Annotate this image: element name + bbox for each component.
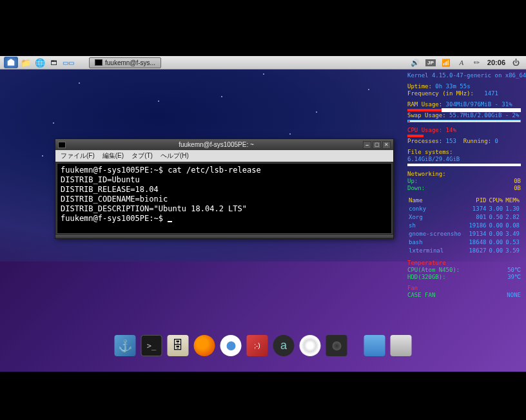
hdd-temp-label: HDD(320GB):	[407, 274, 446, 281]
cpu-label: CPU Usage:	[407, 127, 442, 133]
dock-camera-icon[interactable]	[326, 335, 347, 356]
freq-value: 1471	[484, 90, 498, 97]
output-line: DISTRIB_ID=Ubuntu	[61, 175, 388, 185]
fan-header: Fan	[407, 285, 521, 292]
command: cat /etc/lsb-release	[168, 166, 261, 175]
system-monitor: Kernel 4.15.0-47-generic on x86_64 Uptim…	[407, 72, 521, 299]
menu-edit[interactable]: 編集(E)	[100, 151, 126, 160]
process-header: NamePIDCPU%MEM%	[409, 197, 520, 204]
kernel-line: Kernel 4.15.0-47-generic on x86_64	[407, 72, 521, 79]
app-menu-button[interactable]	[4, 57, 18, 68]
process-row: conky13743.001.30	[409, 205, 520, 213]
fan-label: CASE FAN	[407, 292, 435, 299]
window-bottom-edge[interactable]	[55, 235, 393, 238]
taskbar-label: fuukemn@f-sys...	[105, 59, 155, 66]
fan-value: NONE	[507, 292, 521, 299]
process-row: bash186480.000.53	[409, 239, 520, 246]
dock-atom-icon[interactable]: a	[273, 335, 295, 356]
keyboard-icon[interactable]: A	[456, 58, 467, 67]
clock[interactable]: 20:06	[487, 59, 505, 66]
letterbox-top	[0, 0, 526, 56]
proc-label: Processes:	[407, 138, 442, 144]
down-value: 0B	[514, 185, 521, 192]
terminal-body[interactable]: fuukemn@f-sys1005PE:~$ cat /etc/lsb-rele…	[57, 163, 392, 234]
dock-folder-icon[interactable]	[364, 335, 385, 356]
dock-file-manager-icon[interactable]: 🗄	[168, 335, 189, 356]
network-icon[interactable]: 📶	[441, 58, 451, 67]
top-panel: 📁 🌐 🗔 ▭▭ fuukemn@f-sys... 🔊 JP 📶 A ✏ 20:…	[0, 56, 526, 70]
dock-separator	[353, 335, 359, 356]
ram-label: RAM Usage:	[407, 101, 442, 108]
prompt: fuukemn@f-sys1005PE:~$	[61, 214, 168, 223]
up-label: Up:	[407, 178, 418, 185]
uptime-value: 0h 33m 55s	[435, 83, 470, 90]
panel-left: 📁 🌐 🗔 ▭▭ fuukemn@f-sys...	[0, 57, 161, 68]
dock-chromium-icon[interactable]	[220, 335, 242, 356]
swap-bar	[407, 120, 521, 122]
window-title: fuukemn@f-sys1005PE: ~	[70, 141, 363, 148]
dock-terminal-icon[interactable]	[141, 335, 162, 356]
up-value: 0B	[514, 178, 521, 185]
output-line: DISTRIB_CODENAME=bionic	[61, 195, 388, 204]
swap-value: 55.7MiB/2.00GiB - 2%	[449, 112, 519, 119]
dock-anchor-icon[interactable]: ⚓	[115, 335, 136, 356]
volume-icon[interactable]: 🔊	[410, 58, 420, 67]
running-label: Running:	[463, 138, 491, 144]
process-table: NamePIDCPU%MEM% conky13743.001.30 Xorg80…	[407, 196, 521, 256]
net-label: Networking:	[407, 171, 521, 178]
output-line: DISTRIB_DESCRIPTION="Ubuntu 18.04.2 LTS"	[61, 204, 388, 214]
minimize-button[interactable]: ‒	[363, 141, 371, 149]
terminal-window[interactable]: fuukemn@f-sys1005PE: ~ ‒ ▢ ✕ ファイル(F) 編集(…	[55, 138, 394, 239]
down-label: Down:	[407, 185, 425, 192]
cursor	[168, 221, 172, 222]
maximize-button[interactable]: ▢	[373, 141, 381, 149]
fs-label: File systems:	[407, 149, 521, 156]
menu-tabs[interactable]: タブ(T)	[129, 151, 155, 160]
temp-header: Temperature	[407, 260, 521, 267]
process-row: Xorg8010.502.82	[409, 214, 520, 221]
tool-icon[interactable]: ✏	[472, 58, 482, 67]
cpu-value: 14%	[446, 127, 456, 133]
dock-disc-icon[interactable]	[300, 335, 321, 356]
process-row: sh191860.000.08	[409, 222, 520, 229]
running-value: 0	[495, 138, 498, 144]
process-row: lxterminal186270.003.59	[409, 247, 520, 254]
window-switcher-icon[interactable]: ▭▭	[62, 57, 75, 68]
browser-launcher-icon[interactable]: 🌐	[34, 57, 46, 68]
taskbar-terminal-button[interactable]: fuukemn@f-sys...	[89, 57, 161, 68]
titlebar[interactable]: fuukemn@f-sys1005PE: ~ ‒ ▢ ✕	[55, 139, 393, 150]
close-button[interactable]: ✕	[382, 141, 391, 149]
fs-value: 6.14GiB/29.4GiB	[407, 156, 521, 163]
input-method-indicator[interactable]: JP	[425, 59, 436, 66]
dock-daemon-icon[interactable]: ;-)	[247, 335, 268, 356]
window-terminal-icon	[58, 142, 66, 148]
panel-right: 🔊 JP 📶 A ✏ 20:06 ⏻	[410, 58, 526, 67]
cpu-temp: 50℃	[507, 267, 521, 274]
letterbox-bottom	[0, 372, 526, 420]
desktop: 📁 🌐 🗔 ▭▭ fuukemn@f-sys... 🔊 JP 📶 A ✏ 20:…	[0, 56, 526, 372]
show-desktop-icon[interactable]: 🗔	[48, 57, 61, 68]
cpu-temp-label: CPU(Atom N450):	[407, 267, 460, 274]
proc-count: 153	[446, 138, 456, 144]
uptime-label: Uptime:	[407, 83, 432, 90]
fs-bar	[407, 164, 521, 166]
cpu-bar	[407, 135, 424, 137]
swap-label: Swap Usage:	[407, 112, 446, 119]
ram-value: 304MiB/976MiB - 31%	[446, 101, 512, 108]
window-controls: ‒ ▢ ✕	[363, 141, 391, 149]
hdd-temp: 39℃	[507, 274, 521, 281]
output-line: DISTRIB_RELEASE=18.04	[61, 185, 388, 195]
file-manager-launcher-icon[interactable]: 📁	[19, 57, 32, 68]
dock-drive-icon[interactable]	[391, 335, 412, 356]
process-row: gnome-screensho191340.003.49	[409, 231, 520, 238]
dock-firefox-icon[interactable]	[194, 335, 215, 356]
ram-bar	[407, 109, 521, 111]
menu-file[interactable]: ファイル(F)	[58, 151, 97, 160]
dock: ⚓ 🗄 ;-) a	[112, 332, 414, 359]
terminal-icon	[95, 59, 102, 66]
menubar: ファイル(F) 編集(E) タブ(T) ヘルプ(H)	[55, 150, 393, 162]
power-icon[interactable]: ⏻	[511, 58, 521, 67]
prompt: fuukemn@f-sys1005PE:~$	[61, 166, 168, 175]
freq-label: Frequency (in MHz):	[407, 90, 474, 97]
menu-help[interactable]: ヘルプ(H)	[158, 151, 191, 160]
